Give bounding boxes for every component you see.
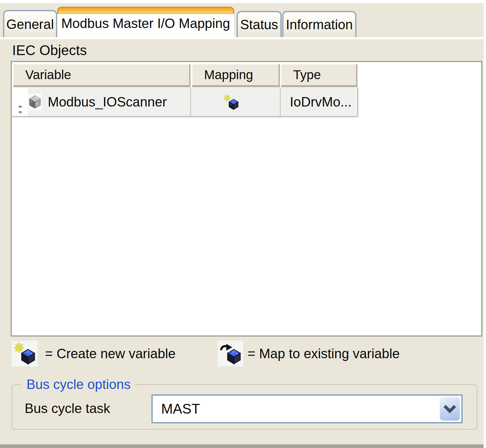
chevron-down-icon: [443, 405, 457, 413]
bus-cycle-options-title: Bus cycle options: [22, 376, 135, 393]
legend-create-new-label: = Create new variable: [45, 341, 175, 366]
map-existing-variable-icon: [218, 341, 243, 366]
tab-general[interactable]: General: [3, 10, 57, 37]
bus-cycle-options-group: Bus cycle options Bus cycle task MAST: [12, 384, 477, 430]
column-header-mapping-label: Mapping: [204, 68, 253, 82]
iec-objects-table: Variable Mapping Type: [11, 61, 482, 337]
column-header-variable-label: Variable: [25, 68, 71, 82]
cell-separator: [190, 88, 191, 116]
column-header-type[interactable]: Type: [281, 64, 357, 87]
column-header-mapping[interactable]: Mapping: [192, 64, 279, 87]
bus-cycle-task-select[interactable]: MAST: [151, 394, 463, 423]
section-title-iec-objects: IEC Objects: [12, 42, 87, 58]
tab-modbus-master-io-mapping[interactable]: Modbus Master I/O Mapping: [57, 7, 234, 37]
modbus-master-io-mapping-panel: General Modbus Master I/O Mapping Status…: [0, 3, 484, 444]
tab-divider: [0, 37, 484, 39]
device-cube-icon: [28, 94, 42, 110]
create-new-variable-icon: [12, 341, 38, 366]
active-tab-accent-bar: [57, 7, 234, 14]
legend-map-existing-label: = Map to existing variable: [248, 341, 400, 366]
tab-status[interactable]: Status: [237, 11, 282, 37]
dropdown-button[interactable]: [440, 397, 460, 421]
variable-name: Modbus_IOScanner: [48, 88, 167, 116]
tab-information-label: Information: [286, 17, 353, 32]
bus-cycle-task-label: Bus cycle task: [25, 401, 110, 416]
window-bottom-edge: [0, 444, 484, 448]
tree-branch-lines: [19, 103, 29, 106]
create-new-variable-icon: [224, 94, 239, 110]
tab-general-label: General: [6, 17, 54, 32]
tab-modbus-master-io-mapping-label: Modbus Master I/O Mapping: [57, 16, 234, 31]
type-value: IoDrvMo...: [290, 88, 352, 116]
column-header-type-label: Type: [293, 68, 321, 82]
tab-information[interactable]: Information: [282, 11, 356, 37]
column-header-variable[interactable]: Variable: [13, 64, 190, 87]
tab-status-label: Status: [240, 17, 278, 32]
cell-separator: [280, 88, 281, 116]
device-editor-screen: General Modbus Master I/O Mapping Status…: [0, 0, 486, 448]
bus-cycle-task-value: MAST: [161, 396, 200, 422]
table-row-modbus-ioscanner[interactable]: Modbus_IOScanner: [12, 88, 358, 117]
